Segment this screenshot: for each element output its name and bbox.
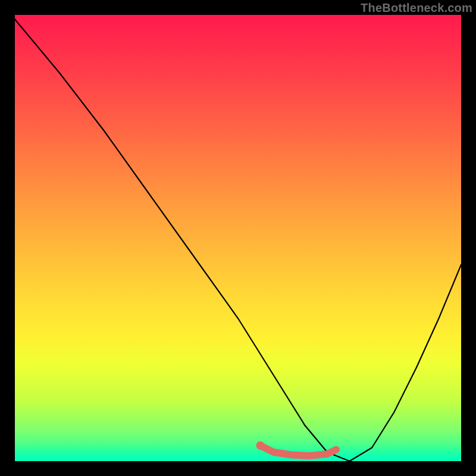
chart-frame: TheBottleneck.com <box>0 0 476 476</box>
curve-layer <box>15 15 461 461</box>
watermark-label: TheBottleneck.com <box>361 1 472 15</box>
black-v-curve <box>15 20 461 462</box>
coral-trough-start-dot <box>256 441 265 450</box>
coral-trough-marker <box>261 446 337 456</box>
plot-area <box>15 15 461 461</box>
